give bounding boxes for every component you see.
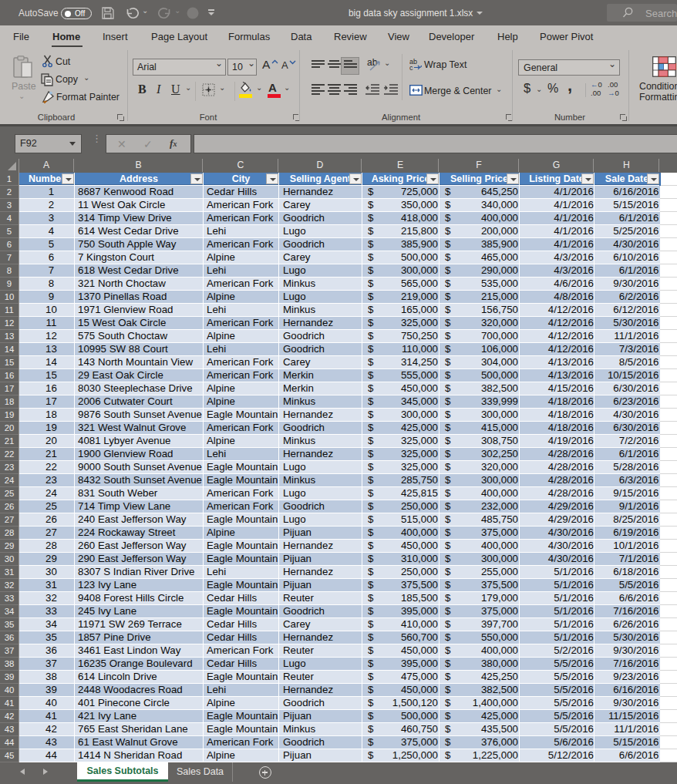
svg-text:c: c: [409, 64, 413, 70]
